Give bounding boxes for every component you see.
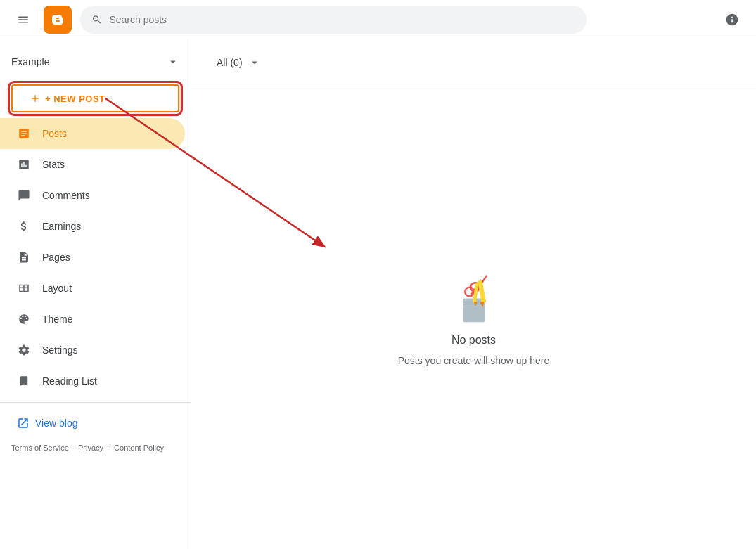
blogger-b-icon: [49, 11, 66, 28]
empty-state-title: No posts: [451, 334, 496, 347]
earnings-icon: [17, 219, 31, 233]
main-content: All (0): [191, 39, 756, 549]
search-bar[interactable]: [80, 6, 587, 34]
main-layout: Example + NEW POST Posts: [0, 39, 756, 549]
reading-list-icon: [17, 374, 31, 388]
sidebar-item-settings[interactable]: Settings: [0, 335, 185, 366]
sidebar-item-earnings[interactable]: Earnings: [0, 211, 185, 242]
sidebar-item-pages[interactable]: Pages: [0, 242, 185, 273]
sidebar-label-comments: Comments: [42, 190, 90, 201]
sidebar-label-reading-list: Reading List: [42, 375, 97, 387]
settings-icon: [17, 343, 31, 357]
stats-icon: [17, 157, 31, 172]
info-button[interactable]: [719, 7, 745, 32]
blogger-logo: [44, 6, 72, 34]
sidebar-item-theme[interactable]: Theme: [0, 304, 185, 335]
empty-state-illustration: [446, 269, 502, 325]
content-policy-link[interactable]: Content Policy: [114, 444, 164, 452]
pages-icon: [17, 250, 31, 264]
view-blog-link[interactable]: View blog: [0, 408, 191, 438]
empty-state-subtitle: Posts you create will show up here: [398, 355, 550, 366]
plus-icon: [30, 93, 41, 104]
info-icon: [725, 13, 739, 27]
sidebar-item-reading-list[interactable]: Reading List: [0, 366, 185, 396]
sidebar-label-layout: Layout: [42, 283, 72, 294]
sidebar-label-theme: Theme: [42, 314, 73, 325]
filter-label: All (0): [217, 57, 243, 68]
sidebar-footer: Terms of Service · Privacy · Content Pol…: [0, 438, 191, 463]
blog-name: Example: [11, 56, 49, 67]
sidebar-item-stats[interactable]: Stats: [0, 149, 185, 180]
sidebar-label-posts: Posts: [42, 128, 67, 139]
theme-icon: [17, 312, 31, 326]
dot-separator-2: ·: [107, 444, 109, 452]
sidebar-label-stats: Stats: [42, 159, 65, 170]
sidebar-item-comments[interactable]: Comments: [0, 180, 185, 211]
content-toolbar: All (0): [191, 39, 756, 86]
view-blog-label: View blog: [35, 418, 77, 429]
privacy-link[interactable]: Privacy: [78, 444, 103, 452]
menu-icon: [17, 13, 30, 26]
sidebar-label-earnings: Earnings: [42, 221, 81, 232]
filter-dropdown[interactable]: All (0): [208, 51, 269, 75]
sidebar-divider: [0, 402, 191, 403]
sidebar-item-layout[interactable]: Layout: [0, 273, 185, 304]
sidebar-label-settings: Settings: [42, 344, 78, 356]
header: [0, 0, 756, 39]
search-icon: [91, 14, 102, 25]
terms-link[interactable]: Terms of Service: [11, 444, 69, 452]
layout-icon: [17, 281, 31, 295]
new-post-button[interactable]: + NEW POST: [11, 84, 179, 112]
chevron-down-icon: [167, 56, 179, 68]
comments-icon: [17, 188, 31, 202]
dot-separator-1: ·: [72, 444, 75, 452]
empty-state: No posts Posts you create will show up h…: [191, 86, 756, 549]
posts-icon: [17, 127, 31, 141]
external-link-icon: [17, 417, 30, 429]
menu-button[interactable]: [11, 8, 35, 32]
blog-selector[interactable]: Example: [0, 45, 191, 79]
sidebar-label-pages: Pages: [42, 252, 70, 263]
dropdown-arrow-icon: [248, 56, 261, 69]
search-input[interactable]: [109, 14, 575, 25]
new-post-label: + NEW POST: [45, 93, 105, 104]
sidebar-item-posts[interactable]: Posts: [0, 118, 185, 149]
sidebar: Example + NEW POST Posts: [0, 39, 191, 549]
